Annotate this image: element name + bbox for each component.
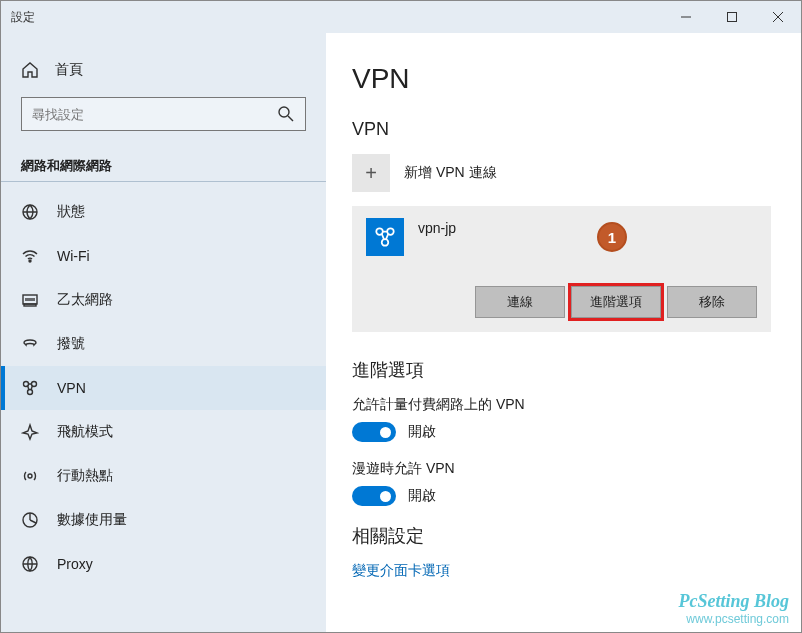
sidebar-item-label: 撥號: [57, 335, 85, 353]
toggle-metered-vpn: 允許計量付費網路上的 VPN 開啟: [352, 396, 771, 442]
advanced-section-title: 進階選項: [352, 358, 771, 382]
sidebar-item-label: Proxy: [57, 556, 93, 572]
search-icon: [277, 105, 295, 123]
sidebar-item-vpn[interactable]: VPN: [1, 366, 326, 410]
sidebar-item-wifi[interactable]: Wi-Fi: [1, 234, 326, 278]
svg-point-7: [29, 260, 31, 262]
sidebar-item-label: 飛航模式: [57, 423, 113, 441]
add-vpn-row[interactable]: + 新增 VPN 連線: [352, 154, 771, 192]
toggle-state: 開啟: [408, 487, 436, 505]
add-icon: +: [352, 154, 390, 192]
main-content: VPN VPN + 新增 VPN 連線 vpn-jp 1 連線 進階選項 移除 …: [326, 33, 801, 632]
vpn-connection-icon: [366, 218, 404, 256]
home-icon: [21, 61, 39, 79]
svg-line-5: [288, 116, 293, 121]
nav-list: 狀態 Wi-Fi 乙太網路 撥號 VPN 飛航模式: [1, 190, 326, 632]
vpn-connection-name: vpn-jp: [418, 218, 456, 236]
toggle-switch[interactable]: [352, 486, 396, 506]
data-icon: [21, 511, 39, 529]
sidebar-item-airplane[interactable]: 飛航模式: [1, 410, 326, 454]
add-vpn-label: 新增 VPN 連線: [404, 164, 497, 182]
change-adapter-link[interactable]: 變更介面卡選項: [352, 562, 771, 580]
watermark-title: PcSetting Blog: [678, 591, 789, 612]
toggle-roaming-vpn: 漫遊時允許 VPN 開啟: [352, 460, 771, 506]
home-label: 首頁: [55, 61, 83, 79]
toggle-state: 開啟: [408, 423, 436, 441]
advanced-options-button[interactable]: 進階選項: [571, 286, 661, 318]
annotation-callout-1: 1: [597, 222, 627, 252]
vpn-connection-card[interactable]: vpn-jp 1 連線 進階選項 移除: [352, 206, 771, 332]
search-box[interactable]: [21, 97, 306, 131]
sidebar-item-label: 乙太網路: [57, 291, 113, 309]
svg-rect-1: [728, 13, 737, 22]
sidebar-item-status[interactable]: 狀態: [1, 190, 326, 234]
airplane-icon: [21, 423, 39, 441]
sidebar-item-dialup[interactable]: 撥號: [1, 322, 326, 366]
page-title: VPN: [352, 63, 771, 95]
sidebar-section-header: 網路和網際網路: [1, 151, 326, 182]
sidebar-item-hotspot[interactable]: 行動熱點: [1, 454, 326, 498]
window-controls: [663, 1, 801, 33]
related-section-title: 相關設定: [352, 524, 771, 548]
titlebar: 設定: [1, 1, 801, 33]
svg-rect-9: [24, 304, 36, 306]
connect-button[interactable]: 連線: [475, 286, 565, 318]
ethernet-icon: [21, 291, 39, 309]
wifi-icon: [21, 247, 39, 265]
sidebar-item-label: 行動熱點: [57, 467, 113, 485]
sidebar-item-proxy[interactable]: Proxy: [1, 542, 326, 586]
proxy-icon: [21, 555, 39, 573]
dialup-icon: [21, 335, 39, 353]
close-button[interactable]: [755, 1, 801, 33]
toggle-label: 允許計量付費網路上的 VPN: [352, 396, 771, 414]
sidebar: 首頁 網路和網際網路 狀態 Wi-Fi 乙太網路 撥號: [1, 33, 326, 632]
svg-point-12: [28, 390, 33, 395]
watermark: PcSetting Blog www.pcsetting.com: [678, 591, 789, 626]
sidebar-item-label: Wi-Fi: [57, 248, 90, 264]
globe-icon: [21, 203, 39, 221]
vpn-icon: [21, 379, 39, 397]
window-title: 設定: [11, 9, 35, 26]
toggle-switch[interactable]: [352, 422, 396, 442]
svg-point-18: [382, 239, 389, 246]
sidebar-item-label: VPN: [57, 380, 86, 396]
sidebar-item-datausage[interactable]: 數據使用量: [1, 498, 326, 542]
svg-point-4: [279, 107, 289, 117]
toggle-label: 漫遊時允許 VPN: [352, 460, 771, 478]
remove-button[interactable]: 移除: [667, 286, 757, 318]
sidebar-item-ethernet[interactable]: 乙太網路: [1, 278, 326, 322]
minimize-button[interactable]: [663, 1, 709, 33]
watermark-url: www.pcsetting.com: [678, 612, 789, 626]
sidebar-item-label: 狀態: [57, 203, 85, 221]
vpn-section-header: VPN: [352, 119, 771, 140]
sidebar-home[interactable]: 首頁: [1, 53, 326, 97]
sidebar-item-label: 數據使用量: [57, 511, 127, 529]
vpn-card-actions: 連線 進階選項 移除: [366, 286, 757, 318]
hotspot-icon: [21, 467, 39, 485]
svg-point-13: [28, 474, 32, 478]
search-input[interactable]: [32, 107, 277, 122]
maximize-button[interactable]: [709, 1, 755, 33]
